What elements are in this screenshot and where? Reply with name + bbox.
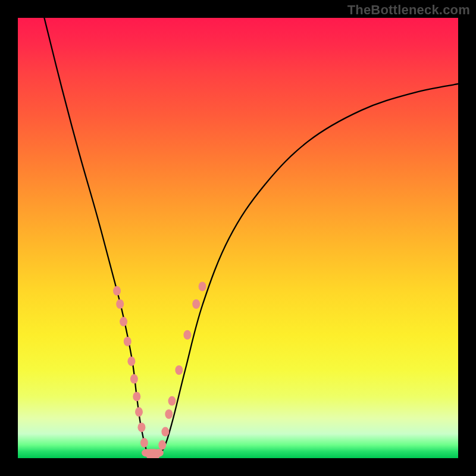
- watermark-text: TheBottleneck.com: [347, 2, 470, 18]
- marker-left-2: [120, 317, 127, 327]
- marker-right-4: [175, 365, 183, 375]
- marker-right-6: [192, 299, 200, 309]
- chart-svg: [18, 18, 458, 458]
- marker-left-0: [113, 286, 121, 296]
- bottleneck-curve: [44, 18, 458, 457]
- chart-frame: TheBottleneck.com: [0, 0, 476, 476]
- marker-left-1: [116, 299, 124, 309]
- plot-area: [18, 18, 458, 458]
- marker-left-8: [137, 422, 145, 432]
- marker-left-7: [135, 407, 143, 416]
- marker-left-9: [140, 438, 148, 447]
- marker-right-5: [183, 330, 191, 340]
- marker-left-5: [130, 374, 138, 384]
- marker-group: [113, 281, 206, 458]
- marker-right-0: [158, 440, 166, 450]
- marker-left-4: [127, 356, 135, 366]
- marker-left-6: [133, 392, 140, 401]
- marker-right-1: [161, 427, 169, 437]
- marker-right-2: [165, 409, 173, 419]
- marker-right-7: [199, 281, 206, 291]
- marker-bottom-3: [154, 449, 164, 457]
- marker-left-3: [124, 337, 131, 346]
- marker-right-3: [168, 396, 176, 406]
